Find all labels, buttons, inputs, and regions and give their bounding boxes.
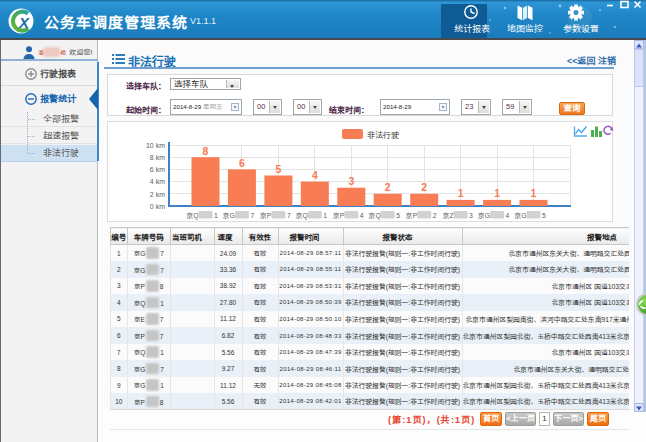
svg-text:非法行驶: 非法行驶 <box>367 131 399 140</box>
svg-text:京G: 京G <box>514 212 526 220</box>
svg-text:2: 2 <box>385 181 391 193</box>
svg-text:京Q: 京Q <box>186 212 198 220</box>
svg-text:4 km: 4 km <box>150 178 165 185</box>
svg-text:6: 6 <box>239 157 245 169</box>
svg-text:1: 1 <box>531 187 537 199</box>
svg-text:3: 3 <box>469 212 473 219</box>
svg-text:1: 1 <box>494 187 500 199</box>
svg-text:1: 1 <box>214 212 218 219</box>
svg-text:5: 5 <box>275 163 281 175</box>
svg-text:0 km: 0 km <box>150 203 165 210</box>
svg-text:京P: 京P <box>260 212 272 220</box>
svg-text:京Q: 京Q <box>369 212 381 220</box>
svg-text:京Z: 京Z <box>443 212 454 220</box>
svg-text:7: 7 <box>250 212 254 219</box>
svg-text:1: 1 <box>323 212 327 219</box>
svg-text:8 km: 8 km <box>150 154 165 161</box>
svg-text:6 km: 6 km <box>150 166 165 173</box>
svg-text:7: 7 <box>287 212 291 219</box>
svg-text:10 km: 10 km <box>146 142 165 149</box>
svg-text:4: 4 <box>312 169 318 181</box>
svg-text:X: X <box>18 14 30 31</box>
svg-text:5: 5 <box>396 212 400 219</box>
svg-text:2: 2 <box>433 212 437 219</box>
svg-text:4: 4 <box>360 212 364 219</box>
svg-text:京Q: 京Q <box>296 212 308 220</box>
svg-text:3: 3 <box>348 175 354 187</box>
svg-text:1: 1 <box>458 187 464 199</box>
svg-text:2: 2 <box>421 181 427 193</box>
svg-text:京G: 京G <box>223 212 235 220</box>
svg-text:京P: 京P <box>406 212 418 220</box>
svg-text:5: 5 <box>542 212 546 219</box>
svg-text:京P: 京P <box>333 212 345 220</box>
svg-text:4: 4 <box>506 212 510 219</box>
svg-text:8: 8 <box>203 145 209 157</box>
svg-text:2 km: 2 km <box>150 191 165 198</box>
svg-text:京G: 京G <box>478 212 490 220</box>
